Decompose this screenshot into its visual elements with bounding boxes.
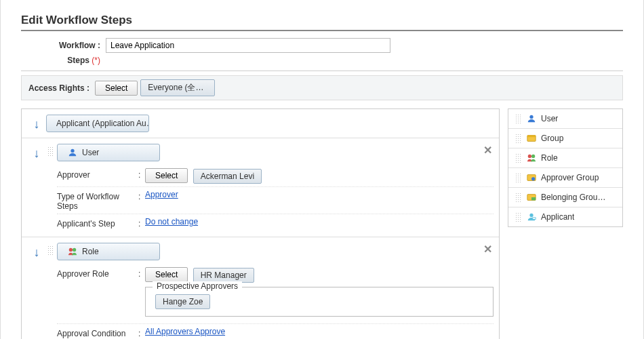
remove-step-button[interactable]: ✕ — [483, 144, 492, 157]
prospective-chip[interactable]: Hange Zoe — [155, 294, 210, 309]
user-type-label: Type of Workflow Steps — [57, 190, 138, 211]
workflow-row: Workflow : — [21, 37, 623, 54]
workflow-input[interactable] — [106, 38, 390, 53]
role-cond-label: Approval Condition — [57, 327, 138, 338]
steps-row: Steps (*) — [21, 54, 623, 66]
access-label: Access Rights : — [27, 83, 95, 93]
user-type-row: Type of Workflow Steps : Approver — [57, 187, 494, 214]
palette-label: Approver Group — [541, 173, 599, 182]
form-divider — [21, 71, 623, 71]
step-applicant-header[interactable]: Applicant (Application Au… — [46, 115, 149, 132]
page-title: Edit Workflow Steps — [21, 14, 623, 27]
group-icon — [526, 134, 537, 143]
steps-panel: ↓ Applicant (Application Au… ↓ — [21, 108, 500, 339]
user-approver-row: Approver : Select Ackerman Levi — [57, 165, 494, 187]
prospective-approvers-fieldset: Prospective Approvers Hange Zoe — [145, 287, 494, 317]
role-approver-chip[interactable]: HR Manager — [193, 268, 254, 283]
user-approver-chip[interactable]: Ackerman Levi — [193, 169, 262, 184]
drag-grip[interactable] — [515, 153, 521, 163]
access-rights-row: Access Rights : Select Everyone (全ユー… — [21, 75, 623, 100]
access-chip-everyone[interactable]: Everyone (全ユー… — [140, 79, 215, 96]
access-select-button[interactable]: Select — [95, 81, 138, 96]
workflow-label: Workflow : — [21, 41, 106, 50]
step-user: ↓ ✕ User Approver : — [22, 138, 499, 237]
drag-grip[interactable] — [515, 212, 521, 222]
role-cond-link[interactable]: All Approvers Approve — [145, 327, 225, 336]
drag-grip[interactable] — [47, 245, 53, 255]
user-icon — [526, 114, 537, 123]
step-role: ↓ ✕ Role Approver Role : — [22, 237, 499, 339]
step-type-palette: User Group Role Approver Group — [508, 108, 623, 227]
palette-item-approver-group[interactable]: Approver Group — [508, 168, 622, 188]
palette-item-belonging-group[interactable]: Belonging Grou… — [508, 188, 622, 207]
user-approver-select-button[interactable]: Select — [145, 168, 188, 183]
role-cond-row: Approval Condition : All Approvers Appro… — [57, 324, 494, 339]
step-role-header[interactable]: Role — [57, 243, 160, 260]
colon: : — [138, 327, 145, 338]
user-appstep-row: Applicant's Step : Do not change — [57, 214, 494, 231]
role-icon — [67, 247, 78, 256]
title-divider — [21, 30, 623, 31]
user-appstep-label: Applicant's Step — [57, 217, 138, 228]
role-approver-select-button[interactable]: Select — [145, 267, 188, 282]
drag-grip[interactable] — [47, 146, 53, 156]
belonging-group-icon — [526, 193, 537, 202]
drag-grip[interactable] — [515, 134, 521, 143]
step-user-label: User — [82, 148, 99, 157]
approver-group-icon — [526, 173, 537, 182]
palette-label: Applicant — [541, 212, 574, 222]
user-icon — [67, 148, 78, 157]
colon: : — [138, 217, 145, 228]
drag-grip[interactable] — [515, 193, 521, 202]
reorder-arrow-icon[interactable]: ↓ — [34, 245, 40, 259]
colon: : — [138, 168, 145, 180]
palette-label: Role — [541, 153, 558, 163]
colon: : — [138, 267, 145, 279]
steps-required: (*) — [92, 56, 100, 65]
applicant-icon — [526, 212, 537, 222]
steps-label-text: Steps — [67, 56, 89, 65]
role-icon — [526, 153, 537, 163]
drag-grip[interactable] — [515, 114, 521, 123]
palette-item-role[interactable]: Role — [508, 148, 622, 168]
prospective-legend: Prospective Approvers — [153, 281, 242, 291]
steps-label: Steps (*) — [21, 56, 106, 65]
step-applicant: ↓ Applicant (Application Au… — [22, 109, 499, 138]
palette-item-group[interactable]: Group — [508, 129, 622, 148]
palette-item-applicant[interactable]: Applicant — [508, 207, 622, 226]
user-type-link[interactable]: Approver — [145, 190, 178, 199]
user-approver-label: Approver — [57, 168, 138, 180]
drag-grip[interactable] — [515, 173, 521, 182]
palette-item-user[interactable]: User — [508, 109, 622, 129]
reorder-arrow-icon[interactable]: ↓ — [34, 117, 40, 131]
role-approver-label: Approver Role — [57, 267, 138, 279]
palette-label: Belonging Grou… — [541, 193, 605, 202]
reorder-arrow-icon[interactable]: ↓ — [34, 146, 40, 160]
remove-step-button[interactable]: ✕ — [483, 243, 492, 256]
step-user-header[interactable]: User — [57, 144, 160, 161]
role-approver-row: Approver Role : Select HR Manager Prospe… — [57, 264, 494, 324]
user-appstep-link[interactable]: Do not change — [145, 217, 198, 226]
palette-label: Group — [541, 134, 563, 143]
step-applicant-label: Applicant (Application Au… — [56, 119, 149, 128]
step-role-label: Role — [82, 247, 99, 256]
colon: : — [138, 190, 145, 201]
palette-label: User — [541, 114, 558, 123]
